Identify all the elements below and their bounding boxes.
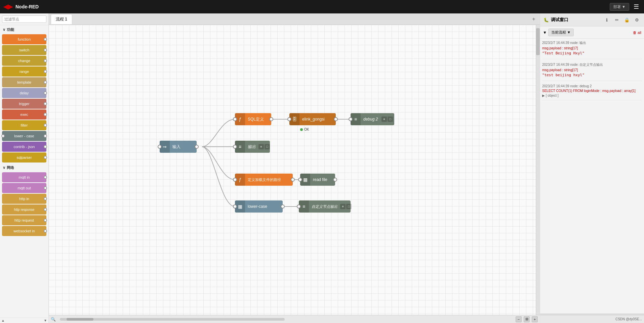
sidebar-item-function[interactable]: function bbox=[2, 34, 46, 44]
scroll-up-arrow[interactable]: ▲ bbox=[1, 319, 5, 322]
change-port-right bbox=[44, 59, 47, 62]
output-toggle-btn[interactable]: □ bbox=[265, 144, 270, 149]
settings-icon[interactable]: ⚙ bbox=[633, 16, 641, 24]
sidebar-scroll-arrows: ▲ ▼ bbox=[0, 318, 48, 323]
status-text: OK bbox=[304, 128, 309, 131]
sidebar-item-trigger[interactable]: trigger bbox=[2, 99, 46, 109]
debug2-toggle-btn[interactable]: □ bbox=[388, 117, 393, 122]
custom-output-toggle-btn[interactable]: □ bbox=[346, 204, 352, 209]
function-node-label: function bbox=[2, 34, 46, 44]
sidebar-item-exec[interactable]: exec bbox=[2, 109, 46, 120]
sidebar-item-websocket-in[interactable]: websocket in bbox=[2, 226, 46, 236]
node-debug2[interactable]: ≡ debug 2 ≡ □ bbox=[351, 113, 394, 125]
sidebar-item-http-in[interactable]: http in bbox=[2, 194, 46, 204]
log-entry-1: 2023/2/7 16:44:39 node: 输出 msg.payload :… bbox=[542, 41, 642, 59]
section-gonghe[interactable]: ∨ 功能 bbox=[0, 25, 48, 34]
node-read-file[interactable]: ▦ read file bbox=[300, 174, 335, 186]
sidebar-item-mqtt-in[interactable]: mqtt in bbox=[2, 172, 46, 182]
tab-flow1[interactable]: 流程 1 bbox=[51, 14, 72, 24]
topbar-right: 部署 ▼ ☰ bbox=[610, 1, 641, 12]
search-input[interactable] bbox=[2, 15, 46, 23]
trigger-node-label: trigger bbox=[2, 99, 46, 109]
node-elink[interactable]: 🗄 elink_gongsi OK bbox=[289, 113, 336, 125]
exec-node-label: exec bbox=[2, 109, 46, 120]
section-wangluo[interactable]: ∨ 网络 bbox=[0, 163, 48, 172]
mqtt-in-port-right bbox=[44, 176, 47, 179]
output-list-btn[interactable]: ≡ bbox=[258, 144, 264, 149]
output-actions: ≡ □ bbox=[258, 144, 271, 149]
zoom-out-button[interactable]: − bbox=[516, 316, 522, 322]
sidebar-item-template[interactable]: template bbox=[2, 77, 46, 87]
scroll-down-arrow[interactable]: ▼ bbox=[44, 319, 47, 322]
filter-button[interactable]: 当前流程 ▼ bbox=[548, 29, 574, 36]
lower-case-port-left bbox=[1, 134, 5, 138]
output-label: 输出 bbox=[245, 144, 258, 150]
filter-icon: ▼ bbox=[543, 30, 547, 35]
sidebar-item-http-response[interactable]: http response bbox=[2, 204, 46, 215]
node-sql[interactable]: ƒ SQL定义 bbox=[235, 113, 271, 125]
sidebar-item-delay[interactable]: delay bbox=[2, 88, 46, 98]
input-port-right bbox=[195, 145, 199, 149]
add-tab-button[interactable]: + bbox=[530, 15, 538, 23]
elink-status: OK bbox=[300, 128, 309, 131]
sql-label: SQL定义 bbox=[245, 117, 271, 122]
elink-port-left bbox=[287, 117, 291, 121]
lower-case-port-right bbox=[44, 134, 47, 138]
zoom-fit-button[interactable]: ⊞ bbox=[524, 316, 530, 322]
sidebar-item-sqlparser[interactable]: sqlparser bbox=[2, 152, 46, 163]
delete-all-button[interactable]: 🗑 all bbox=[633, 31, 641, 35]
read-file-label: read file bbox=[310, 177, 335, 182]
debug-panel-header: 🐛 调试窗口 ℹ ✏ 🔒 ⚙ bbox=[540, 13, 644, 27]
canvas-scrollbar-thumb bbox=[67, 318, 93, 321]
sidebar-item-filter[interactable]: filter bbox=[2, 120, 46, 130]
menu-icon[interactable]: ☰ bbox=[632, 1, 641, 12]
deploy-button[interactable]: 部署 ▼ bbox=[610, 3, 629, 11]
log-meta-1: 2023/2/7 16:44:39 node: 输出 bbox=[542, 41, 642, 45]
log-entry-2: 2023/2/7 16:44:39 node: 自定义节点输出 msg.payl… bbox=[542, 62, 642, 81]
log-type-2: msg.payload : string[17] bbox=[542, 68, 642, 72]
lower-case-port-left-flow bbox=[233, 204, 237, 209]
edit-icon[interactable]: ✏ bbox=[613, 16, 620, 24]
canvas-area: 流程 1 + bbox=[49, 13, 540, 323]
http-response-label: http response bbox=[2, 204, 46, 215]
node-input[interactable]: ⇒ 输入 bbox=[160, 141, 197, 153]
switch-port-right bbox=[44, 48, 47, 52]
sidebar-item-range[interactable]: range bbox=[2, 66, 46, 77]
define-path-label: 定义加载文件的路径 bbox=[245, 177, 293, 182]
right-panel: 🐛 调试窗口 ℹ ✏ 🔒 ⚙ ▼ 当前流程 ▼ 🗑 all 2023/2/7 1… bbox=[540, 13, 644, 323]
node-define-path[interactable]: ƒ 定义加载文件的路径 bbox=[235, 174, 293, 186]
chevron-down-icon: ∨ bbox=[3, 28, 5, 32]
sidebar-item-http-request[interactable]: http request bbox=[2, 215, 46, 225]
canvas-search-icon[interactable]: 🔍 bbox=[51, 317, 56, 322]
canvas[interactable]: ⇒ 输入 ƒ SQL定义 🗄 elink_gongsi OK bbox=[49, 25, 540, 315]
sidebar-item-switch[interactable]: switch bbox=[2, 45, 46, 55]
log-type-1: msg.payload : string[17] bbox=[542, 46, 642, 50]
debug2-list-btn[interactable]: ≡ bbox=[381, 117, 387, 122]
custom-output-list-btn[interactable]: ≡ bbox=[340, 204, 346, 209]
node-lower-case[interactable]: ▦ lower-case bbox=[235, 200, 283, 213]
sidebar-item-mqtt-out[interactable]: mqtt out bbox=[2, 183, 46, 193]
template-node-label: template bbox=[2, 77, 46, 87]
lower-case-node-label: lower - case bbox=[2, 131, 46, 141]
zoom-in-button[interactable]: + bbox=[532, 316, 538, 322]
node-output[interactable]: ≡ 输出 ≡ □ bbox=[235, 141, 270, 153]
lock-icon[interactable]: 🔒 bbox=[623, 16, 631, 24]
canvas-scrollbar[interactable] bbox=[60, 318, 285, 321]
read-file-port-right bbox=[333, 178, 337, 182]
sidebar-item-contrib-json[interactable]: contrib - json bbox=[2, 142, 46, 152]
log-expand-3[interactable]: ▶ [ object ] bbox=[542, 94, 642, 97]
sql-port-right bbox=[269, 117, 273, 121]
mqtt-out-port-right bbox=[44, 186, 47, 190]
info-icon[interactable]: ℹ bbox=[603, 16, 610, 24]
range-port-right bbox=[44, 70, 47, 73]
contrib-json-port-right bbox=[44, 145, 47, 148]
sidebar-item-lower-case[interactable]: lower - case bbox=[2, 131, 46, 141]
canvas-search: 🔍 bbox=[51, 317, 56, 322]
elink-port-right bbox=[334, 117, 338, 121]
node-custom-output[interactable]: ≡ 自定义节点输出 ≡ □ bbox=[299, 200, 351, 213]
sql-port-left bbox=[233, 117, 237, 121]
sidebar-item-change[interactable]: change bbox=[2, 56, 46, 66]
canvas-vscrollbar[interactable] bbox=[536, 25, 540, 315]
log-type-3: SELECT COUNT(1) FROM loginMode : msg.pay… bbox=[542, 89, 642, 93]
mqtt-in-label: mqtt in bbox=[2, 172, 46, 182]
